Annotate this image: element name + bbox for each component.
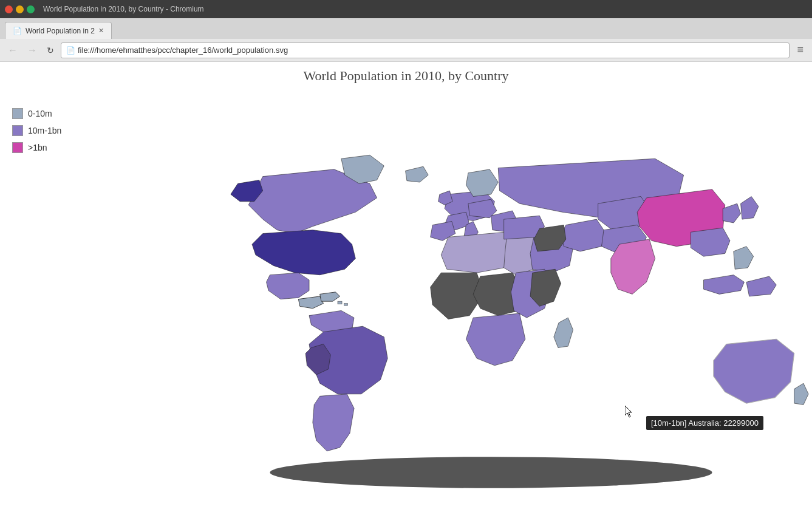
- content-area: 0-10m 10m-1bn >1bn: [0, 90, 812, 532]
- caribbean-small-2: [344, 304, 348, 306]
- caribbean-small: [338, 301, 342, 304]
- scandinavia[interactable]: [466, 169, 498, 197]
- philippines[interactable]: [734, 247, 754, 270]
- browser-tab[interactable]: 📄 World Population in 2 ✕: [5, 22, 112, 39]
- mexico[interactable]: [267, 273, 309, 299]
- url-text: file:///home/ehmatthes/pcc/chapter_16/wo…: [78, 46, 288, 55]
- japan[interactable]: [741, 196, 759, 219]
- browser-content: World Population in 2010, by Country 0-1…: [0, 62, 812, 532]
- tab-label: World Population in 2: [26, 27, 95, 35]
- usa[interactable]: [252, 230, 355, 275]
- legend-swatch-0: [12, 108, 23, 119]
- southern-africa[interactable]: [466, 313, 525, 366]
- argentina-chile[interactable]: [313, 394, 354, 451]
- legend-item-2: >1bn: [12, 142, 61, 153]
- back-button[interactable]: ←: [5, 44, 21, 57]
- titlebar-buttons: [5, 5, 35, 13]
- maximize-button[interactable]: [27, 5, 35, 13]
- legend-swatch-1: [12, 125, 23, 136]
- addressbar: ← → ↻ 📄 file:///home/ehmatthes/pcc/chapt…: [0, 39, 812, 62]
- reload-button[interactable]: ↻: [44, 44, 57, 56]
- new-zealand[interactable]: [794, 383, 808, 404]
- sudan-ethiopia[interactable]: [530, 269, 561, 306]
- indonesia[interactable]: [703, 275, 744, 295]
- india[interactable]: [611, 239, 655, 294]
- legend-swatch-2: [12, 142, 23, 153]
- close-button[interactable]: [5, 5, 13, 13]
- iceland[interactable]: [406, 166, 429, 182]
- address-box[interactable]: 📄 file:///home/ehmatthes/pcc/chapter_16/…: [61, 43, 790, 58]
- central-america[interactable]: [298, 296, 323, 309]
- window-title: World Population in 2010, by Country - C…: [43, 5, 204, 13]
- southeast-asia-mainland[interactable]: [691, 228, 730, 256]
- tab-icon: 📄: [13, 27, 22, 35]
- forward-button[interactable]: →: [24, 44, 40, 57]
- legend-label-2: >1bn: [28, 143, 47, 152]
- menu-button[interactable]: ≡: [793, 43, 807, 58]
- korea[interactable]: [723, 203, 740, 223]
- australia[interactable]: [714, 339, 794, 403]
- iran[interactable]: [561, 219, 606, 251]
- legend: 0-10m 10m-1bn >1bn: [12, 108, 61, 153]
- tab-close-button[interactable]: ✕: [98, 27, 104, 35]
- north-africa-west[interactable]: [441, 232, 511, 273]
- titlebar: World Population in 2010, by Country - C…: [0, 0, 812, 18]
- cuba[interactable]: [320, 292, 340, 301]
- antarctica[interactable]: [270, 457, 712, 488]
- indonesia-east[interactable]: [746, 276, 776, 296]
- legend-label-0: 0-10m: [28, 109, 52, 118]
- tabbar: 📄 World Population in 2 ✕: [0, 18, 812, 39]
- minimize-button[interactable]: [16, 5, 24, 13]
- legend-label-1: 10m-1bn: [28, 126, 61, 135]
- world-map-svg: [170, 78, 812, 532]
- map-container: [10m-1bn] Australia: 22299000: [170, 78, 812, 532]
- legend-item-1: 10m-1bn: [12, 125, 61, 136]
- file-icon: 📄: [66, 46, 75, 55]
- legend-item-0: 0-10m: [12, 108, 61, 119]
- madagascar[interactable]: [554, 318, 573, 347]
- cursor-pointer: [625, 406, 633, 418]
